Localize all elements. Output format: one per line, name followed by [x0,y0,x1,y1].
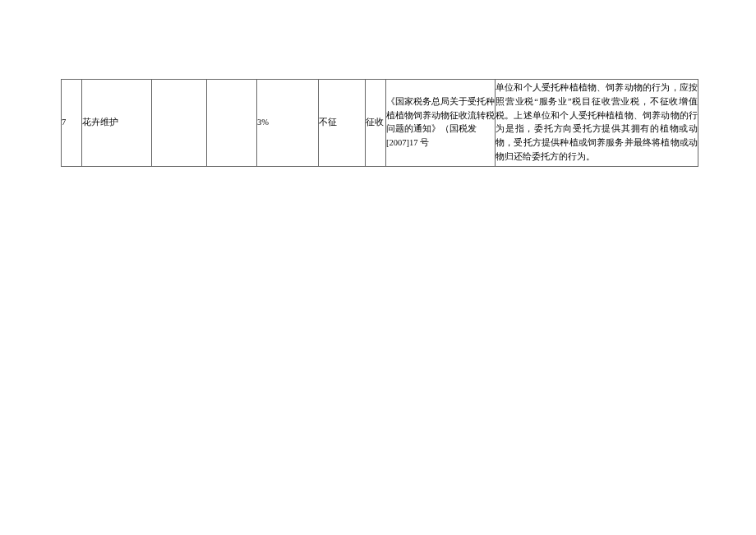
table-row: 7 花卉维护 3% 不征 征收 《国家税务总局关于受托种植植物饲养动物征收流转税… [62,80,698,167]
cell-empty-1 [152,80,207,167]
cell-collect: 征收 [366,80,386,167]
tax-table: 7 花卉维护 3% 不征 征收 《国家税务总局关于受托种植植物饲养动物征收流转税… [61,79,698,167]
cell-levy: 不征 [319,80,366,167]
cell-document: 《国家税务总局关于受托种植植物饲养动物征收流转税问题的通知》（国税发[2007]… [386,80,496,167]
cell-index: 7 [62,80,82,167]
cell-empty-2 [207,80,257,167]
cell-rate: 3% [257,80,319,167]
cell-description: 单位和个人受托种植植物、饲养动物的行为，应按照营业税“服务业”税目征收营业税，不… [496,80,698,167]
cell-item-name: 花卉维护 [82,80,152,167]
